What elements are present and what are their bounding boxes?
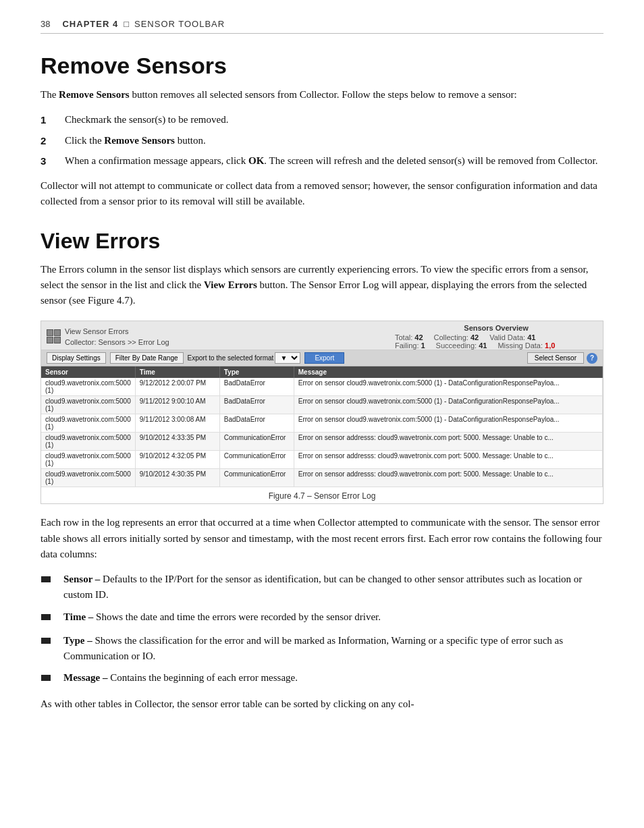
col-header-message: Message bbox=[294, 366, 602, 378]
cell-type: CommunicationError bbox=[219, 433, 294, 451]
cell-time: 9/10/2012 4:32:05 PM bbox=[135, 451, 219, 469]
step-2: 2 Click the Remove Sensors button. bbox=[41, 133, 603, 148]
figure-toolbar: View Sensor Errors Collector: Sensors >>… bbox=[41, 321, 603, 350]
stat-failing-value: 1 bbox=[421, 341, 425, 350]
bullet-text-time: Time – Shows the date and time the error… bbox=[63, 609, 381, 625]
col-header-time: Time bbox=[135, 366, 219, 378]
cell-message: Error on sensor addresss: cloud9.wavetro… bbox=[294, 469, 602, 487]
view-errors-title: View Errors bbox=[41, 229, 603, 254]
select-sensor-area: Select Sensor ? bbox=[527, 352, 597, 364]
bullet-bold-sensor: Sensor – bbox=[63, 574, 100, 584]
cell-type: CommunicationError bbox=[219, 469, 294, 487]
stat-failing-label: Failing: bbox=[395, 341, 419, 350]
bullet-icon-sensor bbox=[41, 574, 59, 589]
cell-type: BadDataError bbox=[219, 414, 294, 433]
page: 38 CHAPTER 4 □ SENSOR TOOLBAR Remove Sen… bbox=[0, 0, 644, 828]
step-2-num: 2 bbox=[41, 133, 65, 148]
export-format-select[interactable]: ▼ bbox=[275, 352, 300, 364]
filter-by-date-button[interactable]: Filter By Date Range bbox=[110, 352, 184, 364]
stats-row-1: Total: 42 Collecting: 42 Valid Data: 41 bbox=[395, 333, 597, 341]
cell-message: Error on sensor addresss: cloud9.wavetro… bbox=[294, 433, 602, 451]
bullet-icon-type bbox=[41, 635, 59, 651]
table-row: cloud9.wavetronix.com:5000 (1)9/10/2012 … bbox=[41, 433, 603, 451]
bullet-icon-time bbox=[41, 611, 59, 627]
table-row: cloud9.wavetronix.com:5000 (1)9/12/2012 … bbox=[41, 378, 603, 396]
display-settings-button[interactable]: Display Settings bbox=[47, 352, 106, 364]
cell-type: BadDataError bbox=[219, 378, 294, 396]
bullet-bold-time: Time – bbox=[63, 611, 93, 622]
remove-sensors-bold: Remove Sensors bbox=[59, 89, 130, 100]
stat-valid-value: 41 bbox=[527, 333, 535, 341]
bullet-text-message: Message – Contains the beginning of each… bbox=[63, 670, 298, 686]
right-controls: Select Sensor ? bbox=[527, 352, 597, 364]
export-button[interactable]: Export bbox=[304, 352, 344, 364]
step-1-text: Checkmark the sensor(s) to be removed. bbox=[65, 112, 603, 128]
error-log-table: Sensor Time Type Message cloud9.wavetron… bbox=[41, 366, 603, 487]
sensor-grid-icon bbox=[47, 329, 61, 343]
stat-missing-label: Missing Data: bbox=[498, 341, 543, 350]
cell-message: Error on sensor cloud9.wavetronix.com:50… bbox=[294, 414, 602, 433]
cell-time: 9/12/2012 2:00:07 PM bbox=[135, 378, 219, 396]
remove-sensors-title: Remove Sensors bbox=[41, 53, 603, 79]
svg-rect-1 bbox=[41, 614, 51, 620]
stat-valid-label: Valid Data: bbox=[489, 333, 525, 341]
stat-missing: Missing Data: 1,0 bbox=[498, 341, 555, 350]
bullet-bold-type: Type – bbox=[63, 635, 92, 646]
cell-time: 9/10/2012 4:33:35 PM bbox=[135, 433, 219, 451]
svg-rect-3 bbox=[41, 675, 51, 681]
fig-top-row: View Sensor Errors Collector: Sensors >>… bbox=[47, 324, 597, 350]
export-format-label: Export to the selected format bbox=[188, 354, 274, 362]
stat-succeeding-label: Succeeding: bbox=[436, 341, 477, 350]
cell-message: Error on sensor addresss: cloud9.wavetro… bbox=[294, 451, 602, 469]
sensors-overview-title: Sensors Overview bbox=[395, 324, 597, 333]
cell-sensor: cloud9.wavetronix.com:5000 (1) bbox=[41, 396, 135, 414]
stat-missing-value: 1,0 bbox=[545, 341, 555, 350]
step-2-bold: Remove Sensors bbox=[104, 135, 175, 146]
bullet-type: Type – Shows the classification for the … bbox=[41, 633, 603, 665]
bullet-message: Message – Contains the beginning of each… bbox=[41, 670, 603, 688]
cell-type: BadDataError bbox=[219, 396, 294, 414]
table-row: cloud9.wavetronix.com:5000 (1)9/11/2012 … bbox=[41, 414, 603, 433]
error-table-body: cloud9.wavetronix.com:5000 (1)9/12/2012 … bbox=[41, 378, 603, 487]
stat-valid: Valid Data: 41 bbox=[489, 333, 535, 341]
cell-message: Error on sensor cloud9.wavetronix.com:50… bbox=[294, 378, 602, 396]
figure-container: View Sensor Errors Collector: Sensors >>… bbox=[41, 321, 603, 504]
bullet-text-type: Type – Shows the classification for the … bbox=[63, 633, 603, 665]
remove-sensors-intro: The Remove Sensors button removes all se… bbox=[41, 87, 603, 103]
cell-sensor: cloud9.wavetronix.com:5000 (1) bbox=[41, 469, 135, 487]
help-button[interactable]: ? bbox=[587, 353, 597, 364]
step-2-text: Click the Remove Sensors button. bbox=[65, 133, 603, 148]
svg-rect-0 bbox=[41, 576, 51, 582]
fig-right-stats: Sensors Overview Total: 42 Collecting: 4… bbox=[395, 324, 597, 350]
page-number: 38 bbox=[41, 19, 50, 29]
stat-total: Total: 42 bbox=[395, 333, 423, 341]
stat-collecting: Collecting: 42 bbox=[434, 333, 479, 341]
step-1-num: 1 bbox=[41, 112, 65, 128]
cell-sensor: cloud9.wavetronix.com:5000 (1) bbox=[41, 414, 135, 433]
cell-time: 9/11/2012 3:00:08 AM bbox=[135, 414, 219, 433]
bullet-text-sensor: Sensor – Defaults to the IP/Port for the… bbox=[63, 572, 603, 603]
select-sensor-button[interactable]: Select Sensor bbox=[527, 352, 584, 364]
col-header-type: Type bbox=[219, 366, 294, 378]
data-columns-list: Sensor – Defaults to the IP/Port for the… bbox=[41, 572, 603, 688]
bullet-icon-message bbox=[41, 672, 59, 688]
stat-failing: Failing: 1 bbox=[395, 341, 425, 350]
view-errors-intro: The Errors column in the sensor list dis… bbox=[41, 262, 603, 309]
cell-sensor: cloud9.wavetronix.com:5000 (1) bbox=[41, 451, 135, 469]
bullet-sensor: Sensor – Defaults to the IP/Port for the… bbox=[41, 572, 603, 603]
cell-time: 9/10/2012 4:30:35 PM bbox=[135, 469, 219, 487]
step-3-text: When a confirmation message appears, cli… bbox=[65, 153, 603, 169]
table-row: cloud9.wavetronix.com:5000 (1)9/10/2012 … bbox=[41, 469, 603, 487]
chapter-label: CHAPTER 4 bbox=[62, 19, 118, 29]
cell-sensor: cloud9.wavetronix.com:5000 (1) bbox=[41, 433, 135, 451]
export-format-container: Export to the selected format ▼ bbox=[188, 352, 301, 364]
remove-sensors-note: Collector will not attempt to communicat… bbox=[41, 178, 603, 210]
svg-rect-2 bbox=[41, 638, 51, 644]
step-1: 1 Checkmark the sensor(s) to be removed. bbox=[41, 112, 603, 128]
stat-succeeding: Succeeding: 41 bbox=[436, 341, 487, 350]
step-3-ok: OK bbox=[248, 155, 264, 166]
bullet-bold-message: Message – bbox=[63, 672, 107, 683]
view-sensor-errors-label: View Sensor Errors bbox=[65, 326, 169, 337]
fig-left-text: View Sensor Errors Collector: Sensors >>… bbox=[65, 326, 169, 348]
fig-left-info: View Sensor Errors Collector: Sensors >>… bbox=[47, 324, 169, 350]
